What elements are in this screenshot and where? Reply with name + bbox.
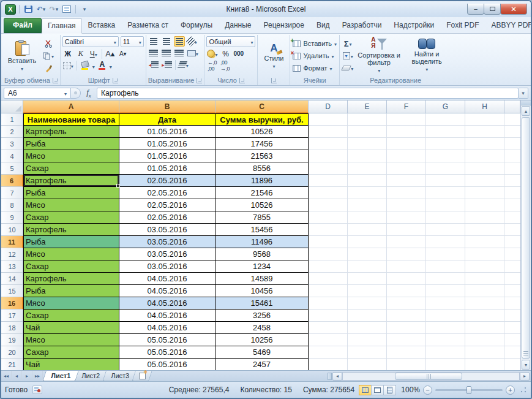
row-header-1[interactable]: 1 bbox=[1, 113, 23, 126]
cell[interactable] bbox=[465, 359, 504, 370]
font-color-button[interactable]: А bbox=[97, 61, 108, 71]
resize-grip-icon[interactable] bbox=[520, 386, 527, 393]
decrease-decimal-button[interactable]: ,00→,0 bbox=[219, 60, 230, 70]
cell-A7[interactable]: Рыба bbox=[23, 187, 119, 199]
cell[interactable] bbox=[348, 126, 387, 138]
italic-button[interactable]: К bbox=[75, 48, 86, 59]
maximize-button[interactable] bbox=[484, 4, 501, 15]
cell[interactable] bbox=[465, 297, 504, 310]
cell[interactable] bbox=[348, 211, 387, 224]
align-center-button[interactable] bbox=[161, 48, 172, 58]
cell[interactable] bbox=[387, 236, 426, 248]
increase-indent-button[interactable]: ▸ bbox=[161, 59, 173, 70]
cell[interactable] bbox=[426, 138, 465, 150]
autosum-button[interactable]: Σ bbox=[342, 38, 354, 49]
cell-B21[interactable]: 05.05.2016 bbox=[119, 359, 215, 370]
cell-A14[interactable]: Картофель bbox=[23, 273, 119, 285]
increase-decimal-button[interactable]: ←,0,00 bbox=[206, 60, 217, 70]
zoom-slider[interactable] bbox=[435, 389, 503, 391]
sheet-nav-first-button[interactable]: ◂◂ bbox=[1, 371, 12, 381]
row-header-13[interactable]: 13 bbox=[1, 260, 23, 273]
cell[interactable] bbox=[465, 113, 504, 126]
cell[interactable] bbox=[426, 334, 465, 346]
cell[interactable] bbox=[504, 334, 520, 346]
row-header-8[interactable]: 8 bbox=[1, 199, 23, 211]
paste-button[interactable]: Вставить bbox=[4, 36, 40, 75]
namebox-splitter[interactable] bbox=[71, 88, 81, 99]
cell[interactable] bbox=[504, 199, 520, 211]
cell[interactable] bbox=[504, 236, 520, 248]
cell-A8[interactable]: Мясо bbox=[23, 199, 119, 211]
cell[interactable] bbox=[426, 285, 465, 297]
cell[interactable] bbox=[348, 236, 387, 248]
grow-font-button[interactable]: А▴ bbox=[105, 48, 116, 59]
cell[interactable] bbox=[309, 211, 348, 224]
cell-A10[interactable]: Картофель bbox=[23, 224, 119, 236]
cell[interactable] bbox=[387, 260, 426, 273]
cell-B9[interactable]: 02.05.2016 bbox=[119, 211, 215, 224]
cell-B16[interactable]: 04.05.2016 bbox=[119, 297, 215, 310]
column-header-B[interactable]: B bbox=[119, 101, 215, 113]
cell[interactable] bbox=[504, 187, 520, 199]
cell-B8[interactable]: 02.05.2016 bbox=[119, 199, 215, 211]
insert-sheet-button[interactable] bbox=[132, 371, 152, 381]
cell[interactable] bbox=[348, 359, 387, 370]
h-scroll-right-button[interactable]: ▸ bbox=[520, 372, 530, 381]
cell[interactable] bbox=[426, 150, 465, 162]
tab-Формулы[interactable]: Формулы bbox=[174, 18, 219, 33]
row-header-14[interactable]: 14 bbox=[1, 273, 23, 285]
cell[interactable] bbox=[504, 285, 520, 297]
cell[interactable] bbox=[426, 248, 465, 260]
cell[interactable] bbox=[504, 260, 520, 273]
tab-Файл[interactable]: Файл bbox=[4, 18, 42, 33]
dialog-launcher-icon[interactable] bbox=[53, 78, 58, 83]
find-select-button[interactable]: Найти и выделить bbox=[404, 36, 449, 75]
cell[interactable] bbox=[387, 273, 426, 285]
cell[interactable] bbox=[465, 334, 504, 346]
cell[interactable] bbox=[465, 322, 504, 334]
percent-button[interactable]: % bbox=[220, 48, 231, 59]
cell[interactable] bbox=[387, 346, 426, 359]
cell[interactable] bbox=[426, 310, 465, 322]
column-header-F[interactable]: F bbox=[387, 101, 426, 113]
cell-B17[interactable]: 04.05.2016 bbox=[119, 310, 215, 322]
cell[interactable] bbox=[465, 175, 504, 187]
column-header-A[interactable]: A bbox=[23, 101, 119, 113]
cell-B15[interactable]: 04.05.2016 bbox=[119, 285, 215, 297]
header-cell[interactable]: Наименование товара bbox=[23, 113, 119, 126]
row-header-7[interactable]: 7 bbox=[1, 187, 23, 199]
cell-A3[interactable]: Рыба bbox=[23, 138, 119, 150]
cell[interactable] bbox=[309, 175, 348, 187]
cell-C8[interactable]: 10526 bbox=[215, 199, 309, 211]
cell[interactable] bbox=[309, 310, 348, 322]
cell-B12[interactable]: 03.05.2016 bbox=[119, 248, 215, 260]
cell[interactable] bbox=[387, 334, 426, 346]
sheet-nav-last-button[interactable]: ▸▸ bbox=[32, 371, 43, 381]
cell-B14[interactable]: 04.05.2016 bbox=[119, 273, 215, 285]
insert-cells-button[interactable]: Вставить bbox=[292, 38, 337, 49]
cell[interactable] bbox=[309, 359, 348, 370]
macro-record-button[interactable] bbox=[32, 386, 42, 394]
row-header-9[interactable]: 9 bbox=[1, 211, 23, 224]
cell[interactable] bbox=[504, 113, 520, 126]
dialog-launcher-icon[interactable] bbox=[113, 78, 118, 83]
fill-color-button[interactable] bbox=[80, 61, 91, 71]
align-right-button[interactable] bbox=[174, 48, 185, 58]
cell[interactable] bbox=[309, 346, 348, 359]
cell[interactable] bbox=[309, 138, 348, 150]
cell[interactable] bbox=[309, 162, 348, 175]
tab-Разработчи[interactable]: Разработчи bbox=[336, 18, 388, 33]
cell[interactable] bbox=[348, 297, 387, 310]
cell[interactable] bbox=[387, 126, 426, 138]
cell-B7[interactable]: 02.05.2016 bbox=[119, 187, 215, 199]
cell[interactable] bbox=[387, 187, 426, 199]
cell[interactable] bbox=[348, 113, 387, 126]
cell[interactable] bbox=[465, 211, 504, 224]
cell-C12[interactable]: 9568 bbox=[215, 248, 309, 260]
cell[interactable] bbox=[387, 175, 426, 187]
cell[interactable] bbox=[309, 199, 348, 211]
cell[interactable] bbox=[426, 224, 465, 236]
tab-Foxit PDF[interactable]: Foxit PDF bbox=[440, 18, 485, 33]
column-header-C[interactable]: C bbox=[215, 101, 309, 113]
redo-button[interactable]: ↷▾ bbox=[48, 4, 59, 15]
